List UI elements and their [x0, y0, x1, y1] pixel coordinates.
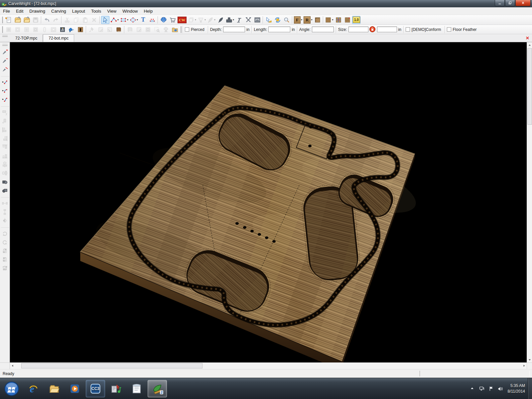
rotate-90-cw-button[interactable]: 90°	[1, 246, 9, 255]
align-horizontal-button[interactable]: x	[1, 117, 9, 125]
redo-button[interactable]	[52, 16, 60, 24]
undo-button[interactable]	[43, 16, 51, 24]
scroll-up-button[interactable]	[527, 42, 532, 48]
import-file-button[interactable]	[22, 16, 31, 24]
mirror-button[interactable]	[1, 216, 9, 225]
carve-region-button[interactable]	[235, 16, 243, 24]
cc3-app[interactable]: CC3	[86, 380, 105, 397]
menu-help[interactable]: Help	[141, 8, 156, 15]
keyhole-tool-button[interactable]	[76, 26, 84, 34]
v-carve-button[interactable]: ▾	[197, 16, 206, 24]
texture-button[interactable]	[253, 16, 261, 24]
text-region-button[interactable]	[22, 26, 31, 34]
length-input[interactable]	[268, 27, 290, 32]
node-edit-tool-button[interactable]: ▾	[110, 16, 119, 24]
media-player-app[interactable]	[65, 380, 84, 397]
close-document-button[interactable]: ✕	[526, 36, 529, 41]
internet-explorer-app[interactable]: e	[24, 380, 43, 397]
align-vertical-button[interactable]: y	[1, 108, 9, 117]
actual-size-button[interactable]: 1.0	[352, 16, 360, 24]
rear-view-button[interactable]: R▾	[303, 16, 313, 24]
floor-feather-checkbox[interactable]	[447, 27, 451, 32]
dropdown-caret-icon[interactable]: ▾	[301, 19, 302, 21]
scroll-left-button[interactable]	[10, 363, 15, 368]
new-file-button[interactable]	[4, 16, 13, 24]
pattern-group-button[interactable]: ▾	[188, 16, 197, 24]
align-bottom-button[interactable]	[1, 151, 9, 160]
pattern-editor-button[interactable]	[171, 26, 179, 34]
rotate-180-button[interactable]: 180°	[1, 264, 9, 272]
line-segment-tool[interactable]	[1, 78, 9, 86]
sweep-button[interactable]	[135, 26, 143, 34]
text-tool-button[interactable]: T	[139, 16, 147, 24]
show-desktop-button[interactable]	[528, 378, 532, 399]
dropdown-caret-icon[interactable]: ▾	[137, 19, 138, 21]
media-converter-app[interactable]	[106, 380, 126, 397]
pierced-checkbox[interactable]	[185, 27, 189, 32]
start-button[interactable]	[1, 380, 23, 397]
paste-button[interactable]	[81, 16, 89, 24]
close-button[interactable]	[515, 0, 531, 6]
menu-edit[interactable]: Edit	[13, 8, 26, 15]
rotate-cw-button[interactable]	[1, 229, 9, 238]
dropdown-caret-icon[interactable]: ▾	[214, 19, 215, 21]
save-file-button[interactable]	[31, 16, 40, 24]
align-top-button[interactable]	[1, 143, 9, 151]
stencil-button[interactable]	[144, 26, 152, 34]
dropdown-caret-icon[interactable]: ▾	[127, 19, 128, 21]
horizontal-scroll-track[interactable]	[15, 363, 521, 369]
network-icon[interactable]	[479, 386, 485, 392]
select-tool-button[interactable]	[101, 16, 109, 24]
rectangle-tool-button[interactable]: ▾	[120, 16, 129, 24]
curve-point-tool[interactable]	[1, 65, 9, 73]
pattern-tool-button[interactable]	[159, 16, 168, 24]
center-horizontal-button[interactable]	[1, 160, 9, 169]
carving-canvas[interactable]	[10, 42, 527, 362]
pattern-store-button[interactable]	[168, 16, 177, 24]
align-right-button[interactable]	[1, 134, 9, 143]
open-file-button[interactable]	[13, 16, 22, 24]
raised-region-button[interactable]	[13, 26, 22, 34]
dropdown-caret-icon[interactable]: ▾	[195, 19, 196, 21]
puzzle-region-button[interactable]	[4, 26, 13, 34]
space-horizontal-button[interactable]	[1, 199, 9, 207]
size-lock-button[interactable]	[369, 26, 376, 33]
menu-tools[interactable]: Tools	[88, 8, 104, 15]
menu-drawing[interactable]: Drawing	[26, 8, 48, 15]
chisel-button[interactable]	[244, 16, 252, 24]
dropdown-caret-icon[interactable]: ▾	[204, 19, 206, 21]
select-view-button[interactable]	[264, 16, 273, 24]
menu-view[interactable]: View	[104, 8, 119, 15]
send-to-back-button[interactable]	[1, 186, 9, 195]
pin-tool-button[interactable]	[87, 26, 96, 34]
dropdown-caret-icon[interactable]: ▾	[233, 19, 234, 21]
bring-to-front-button[interactable]	[1, 177, 9, 186]
board-grid-button[interactable]	[343, 16, 351, 24]
feather-button[interactable]: ▾	[207, 16, 216, 24]
center-vertical-button[interactable]	[1, 169, 9, 177]
conform-checkbox[interactable]	[406, 27, 410, 32]
tab-72-bot.mpc[interactable]: 72-bot.mpc	[43, 34, 74, 42]
notepad-app[interactable]	[127, 380, 146, 397]
carve-depth-button[interactable]: ▾	[225, 16, 234, 24]
dropdown-caret-icon[interactable]: ▾	[311, 19, 312, 21]
size-width-input[interactable]	[348, 27, 368, 32]
pill-region-button[interactable]	[40, 26, 49, 34]
dropdown-caret-icon[interactable]: ▾	[117, 19, 119, 21]
add-point-tool[interactable]	[1, 48, 9, 56]
scroll-down-button[interactable]	[527, 357, 532, 362]
spell-book-button[interactable]	[114, 26, 123, 34]
delete-button[interactable]	[90, 16, 98, 24]
rotate-view-button[interactable]	[273, 16, 282, 24]
pattern-sculptor-button[interactable]	[162, 26, 170, 34]
restore-button[interactable]	[505, 0, 515, 6]
outline-region-button[interactable]	[31, 26, 40, 34]
dropdown-caret-icon[interactable]: ▾	[332, 19, 333, 21]
finishing-options-button[interactable]	[58, 26, 66, 34]
drill-tool-button[interactable]	[67, 26, 75, 34]
spline-segment-tool[interactable]	[1, 95, 9, 104]
volume-icon[interactable]	[497, 386, 503, 392]
remove-point-tool[interactable]	[1, 56, 9, 65]
space-vertical-button[interactable]	[1, 207, 9, 216]
rotate-ccw-button[interactable]	[1, 238, 9, 246]
